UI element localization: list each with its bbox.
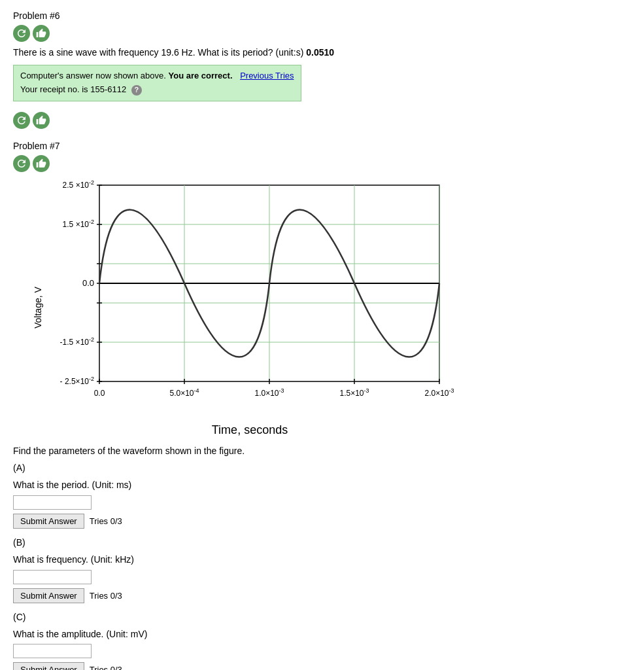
submit-row-b: Submit Answer Tries 0/3 <box>13 588 631 603</box>
banner-line1: Computer's answer now shown above. You a… <box>20 71 233 80</box>
thumb-svg-p7 <box>36 158 46 169</box>
sub-a-label: (A) <box>13 461 631 475</box>
sub-c-label: (C) <box>13 610 631 624</box>
thumb-icon-p6-bottom[interactable] <box>33 112 50 129</box>
refresh-svg <box>16 27 27 39</box>
problem-6-icons <box>13 25 631 42</box>
submit-row-a: Submit Answer Tries 0/3 <box>13 514 631 529</box>
tries-c: Tries 0/3 <box>90 665 122 670</box>
submit-button-c[interactable]: Submit Answer <box>13 662 84 670</box>
thumb-icon-p7[interactable] <box>33 155 50 172</box>
svg-text:0.0: 0.0 <box>82 278 94 288</box>
previous-tries-link[interactable]: Previous Tries <box>240 71 294 80</box>
svg-text:1.0×10-3: 1.0×10-3 <box>254 387 284 398</box>
submit-row-c: Submit Answer Tries 0/3 <box>13 662 631 670</box>
chart-inner: 2.5 ×10-2 1.5 ×10-2 0.0 -1.5 ×10-2 - 2.5… <box>47 179 452 437</box>
figure-caption: Find the parameters of the waveform show… <box>13 444 631 458</box>
svg-text:5.0×10-4: 5.0×10-4 <box>169 387 199 398</box>
sub-b-label: (B) <box>13 535 631 550</box>
sub-b-question: What is frequency. (Unit: kHz) <box>13 552 631 567</box>
thumb-svg-b <box>36 115 46 126</box>
svg-text:-1.5 ×10-2: -1.5 ×10-2 <box>60 336 94 347</box>
sub-c-question: What is the amplitude. (Unit: mV) <box>13 627 631 641</box>
problem-6-title: Problem #6 <box>13 10 631 21</box>
svg-text:2.5 ×10-2: 2.5 ×10-2 <box>63 179 94 190</box>
svg-text:1.5×10-3: 1.5×10-3 <box>339 387 369 398</box>
answer-input-c[interactable] <box>13 644 92 658</box>
answer-section: Find the parameters of the waveform show… <box>13 444 631 670</box>
correct-banner: Computer's answer now shown above. You a… <box>13 65 301 101</box>
submit-button-b[interactable]: Submit Answer <box>13 588 84 603</box>
problem-7-icons-top <box>13 155 631 172</box>
svg-text:2.0×10-3: 2.0×10-3 <box>424 387 454 398</box>
answer-input-a[interactable] <box>13 495 92 510</box>
correct-text: You are correct. <box>168 71 232 80</box>
thumb-icon-p6[interactable] <box>33 25 50 42</box>
problem-6-icons-bottom <box>13 112 631 129</box>
refresh-svg-b <box>16 115 27 126</box>
problem-6-text: There is a sine wave with frequency 19.6… <box>13 46 631 60</box>
problem-7-title: Problem #7 <box>13 141 631 151</box>
help-icon-receipt[interactable]: ? <box>131 85 142 96</box>
problem-7-section: Problem #7 Voltage, V <box>13 141 631 670</box>
problem-6-section: Problem #6 There is a sine wave with fre… <box>13 10 631 129</box>
chart-container: Voltage, V <box>33 179 631 437</box>
refresh-icon-p7[interactable] <box>13 155 30 172</box>
chart-svg: 2.5 ×10-2 1.5 ×10-2 0.0 -1.5 ×10-2 - 2.5… <box>47 179 452 421</box>
refresh-svg-p7 <box>16 158 27 169</box>
svg-text:- 2.5×10-2: - 2.5×10-2 <box>60 376 94 386</box>
svg-text:0.0: 0.0 <box>94 389 105 398</box>
tries-a: Tries 0/3 <box>90 516 122 526</box>
y-axis-label: Voltage, V <box>33 179 43 437</box>
refresh-icon-p6[interactable] <box>13 25 30 42</box>
submit-button-a[interactable]: Submit Answer <box>13 514 84 529</box>
tries-b: Tries 0/3 <box>90 591 122 601</box>
receipt-text: Your receipt no. is 155-6112 <box>20 84 129 94</box>
sub-a-question: What is the period. (Unit: ms) <box>13 478 631 492</box>
svg-text:1.5 ×10-2: 1.5 ×10-2 <box>63 219 94 229</box>
x-axis-label: Time, seconds <box>212 423 288 437</box>
refresh-icon-p6-bottom[interactable] <box>13 112 30 129</box>
answer-input-b[interactable] <box>13 570 92 584</box>
thumb-svg <box>36 28 46 39</box>
